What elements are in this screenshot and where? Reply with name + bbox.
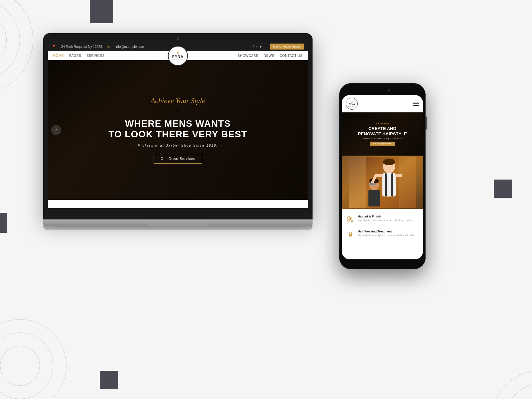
nav-links-right: SHOWCASE NEWS CONTACT US (238, 54, 303, 58)
phone-body: ♛ FYNA BARBER Barber Style CREATE AND RE… (339, 83, 426, 269)
hero-prev-arrow[interactable]: ‹ (51, 125, 61, 135)
hero-subtitle: — Professional Barber Shop Since 1919. — (108, 144, 247, 147)
haircut-icon-box (346, 215, 355, 224)
address-icon: 📍 (52, 45, 56, 49)
laptop-camera (177, 37, 179, 40)
site-nav: HOME PAGES SERVICES ♛ FYNA BARBER SHOWCA… (48, 51, 308, 60)
service-item-weaving: Hair Weaving Treatment Constantly traine… (346, 227, 419, 242)
facebook-icon[interactable]: f (253, 45, 254, 48)
svg-rect-6 (391, 173, 393, 197)
topbar-right: f t ▶ in Get An Appointment! (253, 44, 304, 50)
youtube-icon[interactable]: ▶ (260, 45, 262, 48)
service-weaving-desc: Constantly trained stylist on the latest… (358, 234, 414, 237)
phone-hero: Barber Style CREATE AND RENOVATE HAIRSTY… (342, 112, 423, 156)
phone-hero-sub: Professional Barber Shop Since 1919 (363, 138, 402, 140)
laptop-device: 📍 24 Tech Roqad st Ny 10023 ✉ info@examp… (43, 33, 313, 239)
phone-screen: ♛ FYNA BARBER Barber Style CREATE AND RE… (342, 95, 423, 259)
bg-square-3 (0, 213, 7, 233)
hero-title: WHERE MENS WANTS TO LOOK THERE VERY BEST (108, 118, 247, 140)
barber-silhouette (342, 156, 423, 209)
email-icon: ✉ (107, 45, 110, 49)
nav-news[interactable]: NEWS (264, 54, 274, 58)
appointment-button[interactable]: Get An Appointment! (270, 44, 304, 50)
svg-rect-15 (399, 157, 416, 208)
service-weaving-text: Hair Weaving Treatment Constantly traine… (358, 230, 414, 237)
email-text: info@example.com (115, 45, 144, 49)
svg-rect-5 (385, 173, 387, 197)
service-weaving-title: Hair Weaving Treatment (358, 230, 414, 233)
laptop-body: 📍 24 Tech Roqad st Ny 10023 ✉ info@examp… (43, 33, 313, 219)
hamburger-menu[interactable] (413, 102, 419, 106)
nav-services[interactable]: SERVICES (86, 54, 104, 58)
svg-rect-13 (369, 183, 376, 185)
site-hero: ‹ Achieve Your Style WHERE MENS WANTS TO… (48, 60, 308, 200)
bg-square-4 (100, 371, 118, 389)
phone-hero-title-line2: RENOVATE HAIRSTYLE (358, 131, 407, 137)
service-item-haircut: Haircut & Finish Your stylist is there t… (346, 212, 419, 227)
phone-barber-image (342, 156, 423, 209)
hero-cta-button[interactable]: Our Great Services (154, 154, 202, 164)
linkedin-icon[interactable]: in (265, 45, 267, 48)
laptop-stand (43, 226, 313, 230)
crown-icon: ♛ (177, 51, 180, 55)
phone-hero-title: CREATE AND RENOVATE HAIRSTYLE (358, 126, 407, 136)
weaving-icon-box (346, 230, 355, 239)
hamburger-line-2 (413, 103, 419, 104)
service-haircut-text: Haircut & Finish Your stylist is there t… (358, 215, 414, 222)
logo-circle: ♛ FYNA BARBER (168, 46, 188, 66)
nav-links-left: HOME PAGES SERVICES (53, 54, 105, 58)
nav-showcase[interactable]: SHOWCASE (238, 54, 258, 58)
phone-nav: ♛ FYNA BARBER (342, 95, 423, 112)
bg-square-1 (90, 0, 113, 23)
nav-contact[interactable]: CONTACT US (280, 54, 303, 58)
logo-brand: FYNA (172, 55, 184, 59)
hero-title-line2: TO LOOK THERE VERY BEST (108, 129, 247, 140)
service-haircut-title: Haircut & Finish (358, 215, 414, 218)
bg-square-2 (494, 180, 512, 198)
phone-appointment-button[interactable]: Get An Appointment! (370, 142, 395, 146)
nav-pages[interactable]: PAGES (69, 54, 81, 58)
svg-rect-11 (368, 190, 380, 206)
topbar-left: 📍 24 Tech Roqad st Ny 10023 ✉ info@examp… (52, 45, 144, 49)
phone-side-button (426, 116, 427, 130)
weaving-icon (347, 231, 354, 238)
phone-notch (369, 88, 396, 94)
phone-logo-sub: BARBER (348, 105, 355, 107)
phone-hero-title-line1: CREATE AND (358, 126, 407, 131)
haircut-icon (347, 216, 354, 223)
hero-script-text: Achieve Your Style (108, 96, 247, 105)
hamburger-line-1 (413, 102, 419, 102)
svg-rect-17 (348, 220, 349, 222)
laptop-screen: 📍 24 Tech Roqad st Ny 10023 ✉ info@examp… (48, 42, 308, 208)
phone-device: ♛ FYNA BARBER Barber Style CREATE AND RE… (339, 83, 426, 269)
service-haircut-desc: Your stylist is there to help for the pe… (358, 219, 414, 222)
nav-home[interactable]: HOME (53, 54, 64, 58)
svg-point-3 (383, 159, 395, 165)
laptop-base (43, 219, 313, 226)
phone-logo: ♛ FYNA BARBER (346, 98, 358, 110)
svg-point-20 (351, 220, 353, 222)
svg-rect-14 (349, 157, 366, 208)
hero-title-line1: WHERE MENS WANTS (108, 118, 247, 129)
hero-divider (178, 108, 178, 114)
svg-line-21 (350, 219, 351, 220)
svg-point-22 (349, 232, 351, 234)
phone-services: Haircut & Finish Your stylist is there t… (342, 209, 423, 245)
hero-content: Achieve Your Style WHERE MENS WANTS TO L… (102, 90, 254, 170)
twitter-icon[interactable]: t (256, 45, 257, 48)
address-text: 24 Tech Roqad st Ny 10023 (61, 45, 102, 49)
logo-sub: BARBER (172, 59, 184, 61)
svg-rect-4 (382, 173, 396, 197)
svg-rect-16 (348, 217, 350, 219)
phone-hero-small: Barber Style (376, 122, 389, 125)
nav-logo: ♛ FYNA BARBER (168, 46, 188, 66)
phone-logo-brand: FYNA (348, 103, 355, 105)
hamburger-line-3 (413, 105, 419, 106)
